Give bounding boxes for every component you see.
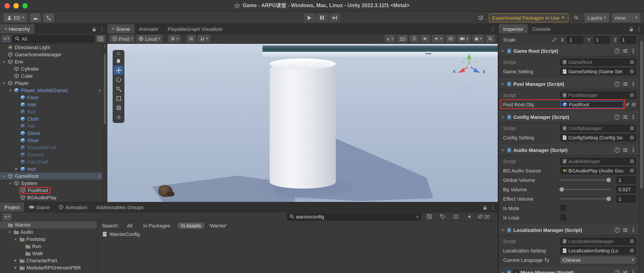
hierarchy-item-root[interactable]: ▶root — [0, 165, 102, 173]
hierarchy-item-glove[interactable]: Glove — [0, 130, 102, 137]
clear-search-icon[interactable]: × — [416, 214, 419, 219]
foldout-open-icon[interactable]: ▼ — [8, 89, 12, 92]
kebab-menu-icon[interactable]: ⋮ — [630, 81, 636, 87]
scrollbar-thumb[interactable] — [104, 54, 106, 124]
scene-search-button[interactable] — [486, 35, 495, 42]
search-picker-button[interactable] — [96, 35, 105, 42]
picker-icon[interactable] — [630, 159, 634, 163]
project-search-field[interactable]: × — [287, 213, 421, 220]
scale-y-field[interactable]: 1 — [594, 36, 610, 43]
snap-settings-dropdown[interactable]: ▾ — [198, 35, 210, 42]
help-icon[interactable]: ? — [614, 114, 620, 120]
picker-icon[interactable] — [630, 60, 634, 64]
value-field[interactable]: 1 — [616, 176, 636, 183]
checkbox[interactable] — [560, 205, 566, 211]
scene-audio-toggle[interactable] — [420, 35, 430, 42]
tool-handle-rotation-dropdown[interactable]: Local ▾ — [137, 35, 162, 42]
hierarchy-item-gameroot[interactable]: ▼GameRoot› — [0, 173, 102, 180]
hierarchy-item-system[interactable]: ▼System — [0, 180, 102, 187]
scale-x-field[interactable]: 1 — [567, 36, 584, 43]
z-axis-label[interactable]: z — [483, 69, 485, 74]
x-axis-label[interactable]: x — [453, 69, 456, 74]
hierarchy-scrollbar[interactable]: ▲ — [102, 44, 107, 202]
picker-icon[interactable] — [630, 248, 634, 253]
project-folder-footstep[interactable]: ▼Footstep — [0, 236, 97, 243]
help-icon[interactable]: ? — [614, 48, 620, 54]
account-dropdown[interactable]: EE ▾ — [4, 13, 27, 22]
prefab-open-arrow-icon[interactable]: › — [98, 88, 100, 92]
foldout-closed-icon[interactable]: ▶ — [14, 167, 19, 171]
hand-tool-button[interactable] — [114, 56, 124, 65]
hierarchy-item-hair[interactable]: Hair — [0, 101, 102, 108]
kebab-menu-icon[interactable]: ⋮ — [630, 114, 636, 120]
object-field[interactable]: ConfigSetting (Config Se — [560, 134, 636, 141]
property-script[interactable]: Script#ConfigManager — [499, 123, 639, 133]
camera-settings-dropdown[interactable]: ▾ — [458, 35, 470, 42]
hierarchy-item-gamescenemanager[interactable]: GameSceneManager — [0, 51, 102, 58]
create-asset-button[interactable]: + ▾ — [3, 213, 12, 220]
foldout-open-icon[interactable]: ▼ — [2, 175, 6, 178]
kebab-menu-icon[interactable]: ⋮ — [636, 26, 642, 32]
property-is-loop[interactable]: Is Loop — [499, 213, 639, 222]
component-header-localization-manager-script[interactable]: ▼#Localization Manager (Script)?⋮ — [499, 225, 639, 236]
object-field[interactable]: #ConfigManager — [560, 124, 636, 132]
custom-tool-button[interactable] — [114, 113, 124, 122]
object-field[interactable]: #PoolManager — [560, 91, 636, 98]
lock-icon[interactable] — [629, 26, 633, 31]
project-folder-characterpart[interactable]: ▶CharacterPart — [0, 257, 97, 264]
picker-icon[interactable] — [632, 102, 636, 107]
cloud-services-button[interactable]: ☁ — [30, 13, 40, 22]
hierarchy-item-face[interactable]: Face — [0, 94, 102, 101]
foldout-open-icon[interactable]: ▼ — [8, 230, 12, 234]
kebab-menu-icon[interactable]: ⋮ — [630, 270, 636, 273]
project-search-input[interactable] — [296, 214, 414, 219]
project-tab-project[interactable]: Project — [0, 202, 24, 212]
scale-z-field[interactable]: 1 — [620, 36, 636, 43]
play-button[interactable] — [304, 13, 315, 22]
hierarchy-item-cylinder[interactable]: Cylinder — [0, 65, 102, 72]
drag-handle-icon[interactable] — [116, 51, 121, 56]
rect-tool-button[interactable] — [114, 94, 124, 103]
pencil-icon[interactable] — [625, 102, 630, 107]
object-field[interactable]: #GameRoot — [560, 58, 636, 65]
minimize-window-button[interactable] — [14, 3, 19, 8]
property-current-language-ty[interactable]: Current Language TyChinese▾ — [499, 255, 639, 265]
hierarchy-item-belt[interactable]: Belt — [0, 108, 102, 115]
hierarchy-item-crown1[interactable]: Crown1 — [0, 151, 102, 158]
search-scope-in-packages[interactable]: In Packages — [140, 223, 174, 229]
rotate-tool-button[interactable] — [114, 75, 124, 84]
kebab-menu-icon[interactable]: ⋮ — [630, 227, 636, 233]
overlays-menu-icon[interactable] — [425, 51, 432, 54]
hierarchy-item-env[interactable]: ▼Env — [0, 58, 102, 65]
scroll-up-icon[interactable]: ▲ — [103, 44, 107, 48]
hierarchy-item-hair1half[interactable]: Hair1Half — [0, 158, 102, 165]
project-tab-animation[interactable]: Animation — [54, 202, 92, 212]
object-field[interactable]: BGAudioPlay (Audio Sou — [560, 167, 636, 174]
property-script[interactable]: Script#PoolManager — [499, 90, 639, 100]
presets-icon[interactable] — [622, 115, 628, 119]
scene-tab-playablegraph-visualizer[interactable]: PlayableGraph Visualizer — [163, 24, 228, 33]
search-scope-in-assets[interactable]: In Assets — [177, 223, 204, 229]
project-tab-addressables-groups[interactable]: Addressables Groups — [92, 202, 148, 212]
search-scope-all[interactable]: All — [124, 223, 136, 229]
draw-mode-dropdown[interactable]: ◐ ▾ — [385, 35, 395, 42]
undo-history-button[interactable] — [475, 13, 486, 22]
prefab-open-arrow-icon[interactable]: › — [98, 174, 100, 178]
project-folder-run[interactable]: Run — [0, 243, 97, 250]
slider-knob[interactable] — [607, 178, 611, 182]
object-field[interactable]: PoolRoot — [560, 101, 624, 108]
inspector-tab-console[interactable]: Console — [528, 24, 555, 33]
scene-viewport[interactable]: x z Persp — [107, 44, 498, 202]
project-folder-animations[interactable]: Animations — [0, 271, 97, 273]
save-search-button[interactable]: ★ — [464, 212, 475, 221]
foldout-open-icon[interactable]: ▼ — [500, 229, 505, 232]
foldout-open-icon[interactable]: ▼ — [500, 49, 505, 52]
scene-tab-animator[interactable]: Animator — [134, 24, 163, 33]
kebab-menu-icon[interactable]: ⋮ — [490, 26, 496, 32]
picker-icon[interactable] — [630, 69, 634, 73]
scene-visibility-toggle[interactable] — [446, 35, 456, 42]
hierarchy-search-input[interactable]: All — [13, 35, 94, 42]
picker-icon[interactable] — [630, 239, 634, 243]
scrollbar-thumb[interactable] — [640, 41, 643, 189]
hidden-packages-count[interactable]: 20 — [478, 214, 490, 219]
